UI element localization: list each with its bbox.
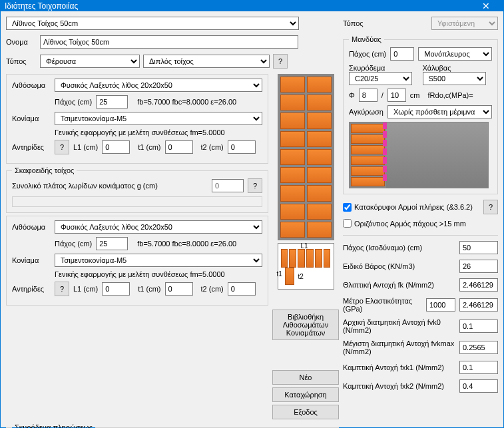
agkyrosi-select[interactable]: Χωρίς πρόσθετη μέριμνα (387, 105, 492, 118)
label-l1-2: L1 (cm) (73, 285, 98, 293)
titlebar: Ιδιότητες Τοιχοποιίας ✕ (1, 1, 503, 11)
koniama1-select[interactable]: Τσιμεντοκονίαμα-M5 (55, 112, 262, 125)
label-paxos2: Πάχος (cm) (55, 240, 92, 248)
label-arxiki: Αρχική διατμητική Αντοχή fvk0 (N/mm2) (343, 318, 455, 334)
label-lithosoma2: Λιθόσωμα (12, 223, 51, 231)
content-area: Λίθινος Τοίχος 50cm Ονομα Τύπος Φέρουσα … (1, 11, 503, 428)
label-lithosoma1: Λιθόσωμα (12, 81, 51, 89)
label-koniama1: Κονίαμα (12, 114, 51, 122)
label-metro: Μέτρο Ελαστικότητας (GPa) (343, 297, 422, 313)
skafo-panel: Σκαφοειδής τοίχος Συνολικό πλάτος λωρίδω… (6, 166, 268, 213)
t1-1-input[interactable] (165, 140, 193, 154)
p-iso-input[interactable] (459, 241, 498, 254)
label-cm: cm (410, 91, 420, 99)
section-preview (349, 122, 489, 188)
skafo-legend: Σκαφοειδής τοίχος (12, 166, 77, 174)
skafo-g-input (212, 179, 244, 192)
label-chk1: Κατακόρυφοι Αρμοί πλήρεις (&3.6.2) (354, 203, 473, 211)
eidiko-input[interactable] (459, 260, 498, 273)
manduas-side-select[interactable]: Μονόπλευρος (418, 47, 492, 61)
skafo-inner (12, 196, 262, 207)
antirides2-help-button[interactable]: ? (55, 282, 69, 296)
label-agkyrosi: Αγκύρωση (349, 108, 383, 116)
label-p-iso: Πάχος (Ισοδύναμο) (cm) (343, 244, 455, 252)
window-title: Ιδιότητες Τοιχοποιίας (5, 1, 473, 11)
exit-button[interactable]: Εξοδος (272, 405, 339, 419)
type-help-button[interactable]: ? (273, 54, 288, 69)
label-slash: / (381, 91, 383, 99)
metro-input2[interactable] (459, 298, 498, 312)
t1-2-input[interactable] (165, 282, 193, 296)
chk1-help-button[interactable]: ? (483, 200, 498, 214)
lithosoma2-select[interactable]: Φυσικός Λαξευτός λίθος 20x20x50 (55, 220, 262, 234)
dim-t1: t1 (277, 270, 282, 278)
label-antirides2: Αντηρίδες (12, 285, 51, 293)
phi-input[interactable] (359, 89, 378, 102)
label-t1-2: t1 (cm) (138, 285, 160, 293)
preview-column: L1 t1 t2 Βιβλιοθήκη Λιθοσωμάτων Κονιαμάτ… (272, 74, 339, 419)
close-icon[interactable]: ✕ (473, 1, 499, 11)
metro-input1[interactable] (426, 298, 455, 312)
label-skyrodema: Σκυρόδεμα (349, 64, 419, 72)
paxos1-input[interactable] (96, 95, 128, 108)
label-xalivas: Χάλυβας (423, 64, 493, 72)
antirides1-help-button[interactable]: ? (55, 140, 69, 154)
l1-1-input[interactable] (102, 140, 130, 154)
chk-vertical-joints[interactable] (343, 203, 352, 212)
kamp1-input[interactable] (459, 361, 498, 374)
type1-select[interactable]: Φέρουσα (40, 55, 140, 68)
label-t1-1: t1 (cm) (138, 143, 160, 151)
label-right-typos: Τύπος (343, 19, 375, 27)
manduas-legend: Μανδύας (349, 35, 384, 43)
arxiki-input[interactable] (459, 320, 498, 333)
name-input[interactable] (40, 35, 298, 49)
paxos2-input[interactable] (96, 237, 128, 250)
koniama-note1: Γενικής εφαρμογής με μελέτη συνθέσεως fm… (55, 128, 225, 136)
label-manduas-paxos: Πάχος (cm) (349, 50, 386, 58)
wall-preview-bottom: L1 t1 t2 (278, 243, 334, 290)
label-thlip: Θλιπτική Αντοχή fk (N/mm2) (343, 281, 455, 289)
kamp2-input[interactable] (459, 379, 498, 393)
label-kamp1: Καμπτική Αντοχή fxk1 (N/mm2) (343, 363, 455, 371)
right-column: Τύπος Υφιστάμενη Μανδύας Πάχος (cm) Μονό… (343, 17, 498, 428)
label-koniama2: Κονίαμα (12, 256, 51, 264)
wall-preview-top (278, 74, 334, 240)
chk-horizontal-joint[interactable] (343, 219, 352, 228)
thlip-input[interactable] (459, 278, 498, 292)
new-button[interactable]: Νέο (272, 370, 339, 385)
manduas-panel: Μανδύας Πάχος (cm) Μονόπλευρος Σκυρόδεμα… (343, 35, 498, 194)
right-typos-select: Υφιστάμενη (431, 17, 498, 30)
fb-note1: fb=5.7000 fbc=8.0000 ε=26.00 (137, 98, 236, 106)
label-l1-1: L1 (cm) (73, 143, 98, 151)
lithosoma1-select[interactable]: Φυσικός Λαξευτός λίθος 20x20x50 (55, 79, 262, 92)
left-column: Λίθινος Τοίχος 50cm Ονομα Τύπος Φέρουσα … (6, 17, 339, 428)
layer2-panel: Λιθόσωμα Φυσικός Λαξευτός λίθος 20x20x50… (6, 216, 268, 306)
type2-select[interactable]: Διπλός τοίχος (143, 55, 270, 68)
label-frdo: fRdo,c(MPa)= (428, 91, 473, 99)
label-t2-2: t2 (cm) (201, 285, 224, 293)
label-eidiko: Ειδικό Βάρος (KN/m3) (343, 262, 455, 270)
wall-select[interactable]: Λίθινος Τοίχος 50cm (6, 17, 299, 30)
manduas-paxos-input[interactable] (390, 47, 414, 61)
koniama-note2: Γενικής εφαρμογής με μελέτη συνθέσεως fm… (55, 270, 225, 278)
skafo-help-button[interactable]: ? (248, 178, 262, 193)
xalivas-select[interactable]: S500 (423, 72, 486, 85)
label-phi: Φ (349, 91, 355, 99)
label-megisti: Μέγιστη διατμητική Αντοχή fvkmax (N/mm2) (343, 339, 455, 355)
label-paxos1: Πάχος (cm) (55, 98, 92, 106)
label-t2-1: t2 (cm) (201, 143, 224, 151)
t2-2-input[interactable] (228, 282, 256, 296)
label-chk2: Οριζόντιος Αρμός πάχους >15 mm (354, 220, 466, 228)
save-button[interactable]: Καταχώρηση (272, 387, 339, 402)
l1-2-input[interactable] (102, 282, 130, 296)
koniama2-select[interactable]: Τσιμεντοκονίαμα-M5 (55, 254, 262, 267)
fb-note2: fb=5.7000 fbc=8.0000 ε=26.00 (137, 240, 236, 248)
megisti-input[interactable] (459, 341, 498, 354)
fill-concrete-legend: Σκυρόδεμα πληρώσεως (12, 423, 95, 428)
dim-t2: t2 (298, 273, 304, 280)
skyrodema-select[interactable]: C20/25 (349, 72, 412, 85)
label-typos: Τύπος (6, 57, 37, 65)
phi-spacing-input[interactable] (387, 89, 406, 102)
library-button[interactable]: Βιβλιοθήκη Λιθοσωμάτων Κονιαμάτων (272, 310, 339, 340)
t2-1-input[interactable] (228, 140, 256, 154)
